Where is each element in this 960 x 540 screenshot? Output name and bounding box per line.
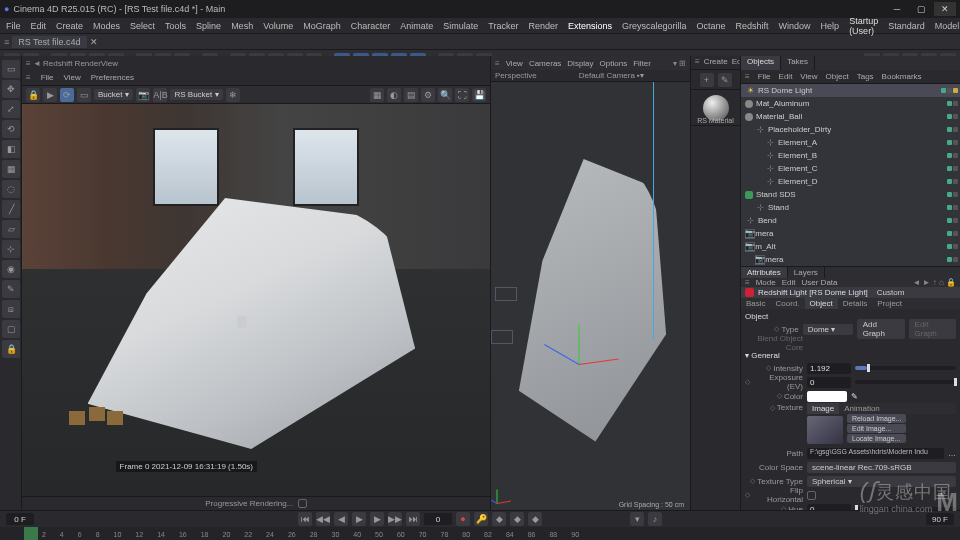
atab-coord[interactable]: Coord.	[771, 298, 805, 309]
menu-tools[interactable]: Tools	[165, 21, 186, 31]
visibility-dots[interactable]	[947, 257, 958, 262]
flip-checkbox[interactable]	[807, 491, 816, 500]
tree-row[interactable]: ⊹Placeholder_Dirty	[741, 123, 960, 136]
color-swatch[interactable]	[807, 391, 847, 402]
model-mode[interactable]: ◧	[2, 140, 20, 158]
color-picker-icon[interactable]: ✎	[851, 392, 858, 401]
vp-camera-label[interactable]: Default Camera ▪▾	[579, 71, 644, 80]
rv-settings-icon[interactable]: ⚙	[421, 88, 435, 102]
rv-mode-select[interactable]: Bucket▾	[94, 89, 133, 100]
viewport-3d[interactable]: Grid Spacing : 50 cm	[491, 82, 690, 510]
goto-key-prev-button[interactable]: ◀◀	[316, 512, 330, 526]
visibility-dots[interactable]	[947, 192, 958, 197]
tree-row[interactable]: 📷Cam_Alt	[741, 240, 960, 253]
snap-l[interactable]: ⧇	[2, 300, 20, 318]
menu-redshift[interactable]: Redshift	[736, 21, 769, 31]
timeline-ruler[interactable]: 0246810121416182022242628304050607078808…	[0, 527, 960, 540]
visibility-dots[interactable]	[947, 218, 958, 223]
visibility-dots[interactable]	[947, 205, 958, 210]
colorspace-select[interactable]: scene-linear Rec.709-sRGB	[807, 462, 956, 473]
menu-gsg[interactable]: Greyscalegorilla	[622, 21, 687, 31]
start-frame[interactable]: 0 F	[6, 513, 34, 525]
visibility-dots[interactable]	[947, 114, 958, 119]
rotate-tool-l[interactable]: ⟲	[2, 120, 20, 138]
obj-menu-bookmarks[interactable]: Bookmarks	[882, 72, 922, 81]
tree-row[interactable]: Mat_Aluminum	[741, 97, 960, 110]
tree-row[interactable]: ⊹Element_B	[741, 149, 960, 162]
atab-object[interactable]: Object	[805, 298, 838, 309]
menu-octane[interactable]: Octane	[697, 21, 726, 31]
rv-ipr-icon[interactable]: ⟳	[60, 88, 74, 102]
obj-menu-object[interactable]: Object	[826, 72, 849, 81]
layout-model[interactable]: Model	[935, 21, 960, 31]
obj-menu-tags[interactable]: Tags	[857, 72, 874, 81]
goto-end-button[interactable]: ⏭	[406, 512, 420, 526]
menu-volume[interactable]: Volume	[263, 21, 293, 31]
rv-lock-icon[interactable]: 🔒	[26, 88, 40, 102]
tree-row[interactable]: ⊹Element_C	[741, 162, 960, 175]
next-frame-button[interactable]: ▶	[370, 512, 384, 526]
attr-menu-userdata[interactable]: User Data	[801, 278, 837, 287]
rv-save-icon[interactable]: 💾	[472, 88, 486, 102]
goto-key-next-button[interactable]: ▶▶	[388, 512, 402, 526]
tree-row[interactable]: ⊹Element_D	[741, 175, 960, 188]
rv-snapshot-icon[interactable]: 📷	[136, 88, 150, 102]
visibility-dots[interactable]	[947, 244, 958, 249]
rv-channel-icon[interactable]: ◐	[387, 88, 401, 102]
render-viewport[interactable]: Frame 0 2021-12-09 16:31:19 (1.50s)	[22, 104, 490, 496]
vp-menu-filter[interactable]: Filter	[633, 59, 651, 68]
record-button[interactable]: ●	[456, 512, 470, 526]
visibility-dots[interactable]	[947, 101, 958, 106]
texture-thumbnail[interactable]	[807, 416, 843, 444]
edge-mode[interactable]: ╱	[2, 200, 20, 218]
texture-type-select[interactable]: Spherical ▾	[807, 476, 956, 487]
rv-menu-prefs[interactable]: Preferences	[91, 73, 134, 82]
exposure-slider[interactable]	[855, 380, 956, 384]
attr-menu-edit[interactable]: Edit	[782, 278, 796, 287]
marker-button[interactable]: ▾	[630, 512, 644, 526]
rv-fit-icon[interactable]: ⛶	[455, 88, 469, 102]
visibility-dots[interactable]	[947, 231, 958, 236]
menu-modes[interactable]: Modes	[93, 21, 120, 31]
mat-menu-create[interactable]: Create	[704, 57, 728, 68]
menu-extensions[interactable]: Extensions	[568, 21, 612, 31]
atab-details[interactable]: Details	[838, 298, 872, 309]
key-scale-button[interactable]: ◆	[528, 512, 542, 526]
tree-row[interactable]: ⊹Element_A	[741, 136, 960, 149]
tree-row[interactable]: Material_Ball	[741, 110, 960, 123]
path-browse-icon[interactable]: …	[948, 449, 956, 458]
tab-attributes[interactable]: Attributes	[741, 267, 788, 278]
viewport-solo[interactable]: ◉	[2, 260, 20, 278]
camera-gizmo-2[interactable]	[491, 330, 513, 344]
poly-mode[interactable]: ▱	[2, 220, 20, 238]
menu-render[interactable]: Render	[528, 21, 558, 31]
sound-button[interactable]: ♪	[648, 512, 662, 526]
edit-image-button[interactable]: Edit Image...	[847, 424, 906, 433]
camera-gizmo[interactable]	[495, 287, 517, 301]
vp-menu-options[interactable]: Options	[600, 59, 628, 68]
visibility-dots[interactable]	[947, 127, 958, 132]
workplane-l[interactable]: ▢	[2, 320, 20, 338]
rv-histogram-icon[interactable]: ▤	[404, 88, 418, 102]
playhead[interactable]	[24, 527, 38, 540]
menu-character[interactable]: Character	[351, 21, 391, 31]
goto-start-button[interactable]: ⏮	[298, 512, 312, 526]
menu-file[interactable]: File	[6, 21, 21, 31]
tree-row[interactable]: Stand SDS	[741, 188, 960, 201]
edit-graph-button[interactable]: Edit Graph	[909, 319, 956, 339]
rv-bucket-select[interactable]: RS Bucket▾	[170, 89, 223, 100]
vp-menu-view[interactable]: View	[506, 59, 523, 68]
attr-menu-mode[interactable]: Mode	[756, 278, 776, 287]
type-select[interactable]: Dome ▾	[803, 324, 853, 335]
scale-tool-l[interactable]: ⤢	[2, 100, 20, 118]
material-slot[interactable]: RS Material	[691, 90, 740, 126]
axis-mode[interactable]: ⊹	[2, 240, 20, 258]
menu-animate[interactable]: Animate	[400, 21, 433, 31]
vp-menu-cameras[interactable]: Cameras	[529, 59, 561, 68]
menu-mograph[interactable]: MoGraph	[303, 21, 341, 31]
visibility-dots[interactable]	[947, 166, 958, 171]
rv-grid-icon[interactable]: ▦	[370, 88, 384, 102]
intensity-slider[interactable]	[855, 366, 956, 370]
object-tree[interactable]: ☀RS Dome LightMat_AluminumMaterial_Ball⊹…	[741, 84, 960, 266]
doc-close-icon[interactable]: ✕	[90, 37, 98, 47]
